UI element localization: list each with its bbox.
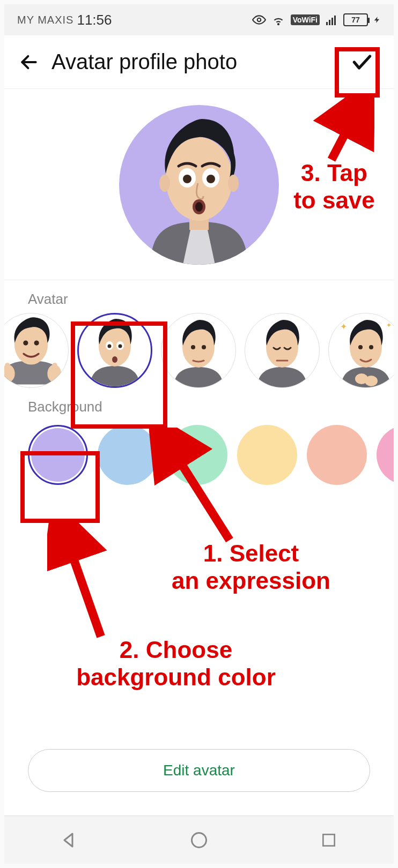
svg-point-19 (34, 341, 39, 346)
bg-option-0[interactable] (28, 425, 88, 485)
svg-point-31 (191, 345, 195, 349)
svg-rect-49 (323, 834, 334, 845)
svg-point-28 (119, 345, 122, 348)
status-left: MY MAXIS 11:56 (17, 12, 112, 28)
battery-pct: 77 (351, 16, 360, 24)
nav-back-button[interactable] (57, 828, 81, 852)
edit-avatar-button[interactable]: Edit avatar (28, 749, 370, 792)
svg-rect-21 (5, 363, 10, 372)
svg-point-48 (192, 833, 207, 847)
svg-point-40 (365, 376, 378, 386)
status-right: VoWiFi 77 (252, 13, 381, 27)
svg-point-29 (112, 356, 117, 363)
status-bar: MY MAXIS 11:56 VoWiFi 77 (4, 4, 394, 35)
avatar-option-0[interactable] (4, 313, 69, 388)
avatar-preview-area (4, 89, 394, 280)
eye-icon (252, 13, 266, 27)
avatar-option-3[interactable] (245, 313, 320, 388)
svg-rect-2 (326, 22, 328, 25)
charging-icon (373, 14, 381, 26)
svg-point-9 (159, 175, 170, 192)
svg-rect-3 (329, 20, 330, 25)
vowifi-badge: VoWiFi (291, 14, 320, 25)
app-bar: Avatar profile photo (4, 35, 394, 89)
svg-rect-23 (53, 363, 57, 372)
svg-text:✦: ✦ (386, 321, 392, 329)
background-options-row[interactable] (4, 421, 394, 489)
battery-indicator: 77 (343, 13, 368, 26)
bg-option-1[interactable] (98, 425, 158, 485)
page-title: Avatar profile photo (51, 50, 343, 74)
svg-point-16 (195, 202, 203, 212)
back-button[interactable] (17, 50, 41, 74)
avatar-section-label: Avatar (4, 280, 394, 313)
content-area: Avatar (4, 280, 394, 815)
edit-avatar-label: Edit avatar (163, 762, 235, 779)
svg-point-0 (257, 18, 261, 22)
avatar-options-row[interactable]: ✦ ✦ (4, 313, 394, 388)
svg-text:✦: ✦ (340, 322, 347, 331)
svg-point-32 (202, 345, 206, 349)
svg-rect-5 (334, 16, 336, 25)
svg-point-10 (228, 175, 239, 192)
signal-icon (325, 13, 338, 26)
avatar-option-4[interactable]: ✦ ✦ (328, 313, 394, 388)
svg-marker-47 (64, 834, 72, 847)
bg-option-2[interactable] (167, 425, 227, 485)
nav-home-button[interactable] (187, 828, 211, 852)
svg-point-1 (278, 24, 279, 25)
svg-rect-4 (331, 18, 333, 25)
screen: MY MAXIS 11:56 VoWiFi 77 (4, 4, 394, 815)
nav-recents-button[interactable] (317, 828, 341, 852)
save-button[interactable] (343, 43, 381, 81)
bg-option-3[interactable] (237, 425, 297, 485)
android-nav-bar (4, 815, 394, 864)
avatar-preview (119, 105, 279, 265)
device-frame: MY MAXIS 11:56 VoWiFi 77 (0, 0, 398, 868)
svg-point-27 (108, 345, 112, 348)
background-section-label: Background (4, 388, 394, 421)
bg-option-4[interactable] (307, 425, 367, 485)
svg-point-13 (183, 175, 191, 183)
avatar-face-icon (129, 115, 269, 265)
svg-point-18 (23, 341, 28, 346)
carrier-label: MY MAXIS (17, 14, 73, 26)
svg-point-14 (207, 175, 215, 183)
avatar-option-1[interactable] (77, 313, 152, 388)
bg-option-5[interactable] (377, 425, 394, 485)
wifi-icon (271, 13, 285, 27)
clock: 11:56 (77, 12, 112, 28)
svg-point-38 (369, 345, 373, 349)
svg-point-37 (358, 345, 363, 349)
avatar-option-2[interactable] (161, 313, 236, 388)
